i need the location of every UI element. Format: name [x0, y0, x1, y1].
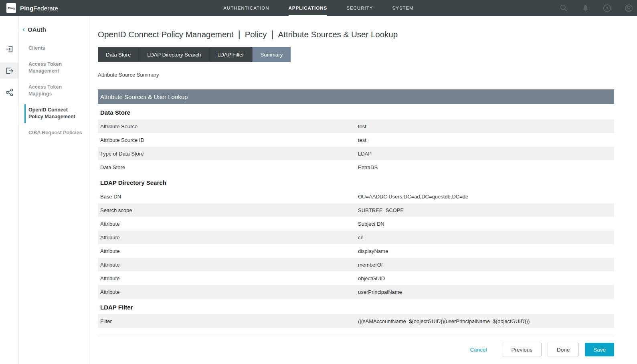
rail-share-nodes-icon[interactable]	[0, 84, 19, 100]
row-label: Filter	[100, 318, 358, 324]
row-value: Subject DN	[358, 221, 614, 227]
sidebar-icon-rail	[0, 16, 19, 364]
row-label: Search scope	[100, 207, 358, 213]
main-content: OpenID Connect Policy Management|Policy|…	[90, 16, 637, 364]
breadcrumb-item-openid-connect-policy-management: OpenID Connect Policy Management	[98, 30, 233, 39]
brand-title-rest: Federate	[33, 5, 58, 12]
brand-title: PingFederate	[20, 5, 58, 12]
row-label: Attribute	[100, 221, 358, 227]
sidebar: ‹ OAuth ClientsAccess Token ManagementAc…	[0, 16, 89, 364]
done-button[interactable]: Done	[548, 343, 579, 356]
sidebar-menu: ClientsAccess Token ManagementAccess Tok…	[19, 42, 89, 139]
tab-ldap-filter[interactable]: LDAP Filter	[209, 47, 252, 62]
table-row: AttributeSubject DN	[98, 217, 614, 231]
row-label: Attribute Source	[100, 123, 358, 129]
sidebar-menu-panel: ‹ OAuth ClientsAccess Token ManagementAc…	[19, 16, 89, 364]
row-value: test	[358, 123, 614, 129]
row-value: cn	[358, 235, 614, 241]
sidebar-item-clients[interactable]: Clients	[24, 42, 87, 55]
row-value: memberOf	[358, 262, 614, 268]
topbar-nav: AUTHENTICATIONAPPLICATIONSSECURITYSYSTEM	[223, 0, 413, 16]
account-icon[interactable]	[624, 4, 633, 12]
nav-item-applications[interactable]: APPLICATIONS	[288, 0, 327, 16]
table-row: Attributecn	[98, 231, 614, 244]
summary-table: Data StoreAttribute SourcetestAttribute …	[98, 104, 614, 328]
sidebar-item-openid-connect-policy-management[interactable]: OpenID Connect Policy Management	[24, 104, 87, 123]
search-icon[interactable]	[559, 4, 568, 12]
summary-label: Attribute Source Summary	[98, 72, 614, 78]
tab-data-store[interactable]: Data Store	[98, 47, 139, 62]
save-button[interactable]: Save	[585, 343, 614, 356]
table-row: AttributeobjectGUID	[98, 271, 614, 285]
row-value: SUBTREE_SCOPE	[358, 207, 614, 213]
ping-logo: Ping	[6, 3, 16, 13]
sidebar-item-ciba-request-policies[interactable]: CIBA Request Policies	[24, 127, 87, 139]
chevron-left-icon: ‹	[22, 26, 25, 33]
brand: Ping PingFederate	[0, 3, 58, 13]
row-label: Attribute	[100, 248, 358, 254]
row-label: Attribute	[100, 275, 358, 281]
panel-header: Attribute Sources & User Lookup	[98, 89, 614, 104]
row-label: Attribute	[100, 289, 358, 295]
table-row: Filter(|(sAMAccountName=${objectGUID})(u…	[98, 314, 614, 328]
row-label: Attribute Source ID	[100, 137, 358, 143]
section-heading-data-store: Data Store	[98, 104, 614, 119]
breadcrumb-item-attribute-sources-user-lookup: Attribute Sources & User Lookup	[278, 30, 398, 39]
breadcrumb-separator: |	[271, 28, 273, 40]
previous-button[interactable]: Previous	[502, 343, 542, 356]
tab-bar: Data StoreLDAP Directory SearchLDAP Filt…	[98, 47, 614, 62]
row-value: displayName	[358, 248, 614, 254]
cancel-link[interactable]: Cancel	[470, 347, 487, 353]
row-value: (|(sAMAccountName=${objectGUID})(userPri…	[358, 318, 614, 324]
sidebar-section-title: OAuth	[28, 26, 46, 33]
table-row: AttributedisplayName	[98, 244, 614, 258]
sidebar-item-access-token-management[interactable]: Access Token Management	[24, 59, 87, 77]
nav-item-security[interactable]: SECURITY	[346, 0, 373, 16]
brand-title-bold: Ping	[20, 5, 33, 12]
row-value: objectGUID	[358, 275, 614, 281]
topbar-icons: ?	[559, 4, 633, 12]
svg-text:?: ?	[605, 6, 608, 10]
row-value: EntraDS	[358, 164, 614, 170]
rail-sign-on-box-icon[interactable]	[0, 41, 19, 57]
breadcrumb-item-policy: Policy	[245, 30, 267, 39]
table-row: Type of Data StoreLDAP	[98, 147, 614, 160]
row-label: Base DN	[100, 194, 358, 200]
row-value: userPrincipalName	[358, 289, 614, 295]
help-icon[interactable]: ?	[603, 4, 611, 12]
row-value: OU=AADDC Users,DC=ad,DC=questdb,DC=de	[358, 194, 614, 200]
sidebar-back-oauth[interactable]: ‹ OAuth	[19, 16, 89, 33]
tab-summary[interactable]: Summary	[253, 47, 291, 62]
table-row: Attribute Sourcetest	[98, 119, 614, 133]
topbar: Ping PingFederate AUTHENTICATIONAPPLICAT…	[0, 0, 637, 16]
table-row: Search scopeSUBTREE_SCOPE	[98, 203, 614, 217]
row-value: test	[358, 137, 614, 143]
table-row: AttributememberOf	[98, 258, 614, 271]
row-label: Data Store	[100, 164, 358, 170]
row-label: Attribute	[100, 262, 358, 268]
nav-item-system[interactable]: SYSTEM	[392, 0, 413, 16]
footer-actions: Cancel Previous Done Save	[98, 336, 614, 356]
sidebar-item-access-token-mappings[interactable]: Access Token Mappings	[24, 81, 87, 100]
table-row: Base DNOU=AADDC Users,DC=ad,DC=questdb,D…	[98, 190, 614, 203]
row-label: Type of Data Store	[100, 151, 358, 157]
section-heading-ldap-directory-search: LDAP Directory Search	[98, 174, 614, 190]
breadcrumb: OpenID Connect Policy Management|Policy|…	[98, 29, 614, 40]
tab-ldap-directory-search[interactable]: LDAP Directory Search	[139, 47, 209, 62]
nav-item-authentication[interactable]: AUTHENTICATION	[223, 0, 269, 16]
table-row: Attribute Source IDtest	[98, 133, 614, 147]
row-label: Attribute	[100, 235, 358, 241]
breadcrumb-separator: |	[238, 28, 240, 40]
rail-applications-box-icon[interactable]	[0, 63, 19, 79]
notifications-bell-icon[interactable]	[581, 4, 590, 12]
table-row: AttributeuserPrincipalName	[98, 285, 614, 299]
section-heading-ldap-filter: LDAP Filter	[98, 299, 614, 314]
row-value: LDAP	[358, 151, 614, 157]
table-row: Data StoreEntraDS	[98, 160, 614, 174]
